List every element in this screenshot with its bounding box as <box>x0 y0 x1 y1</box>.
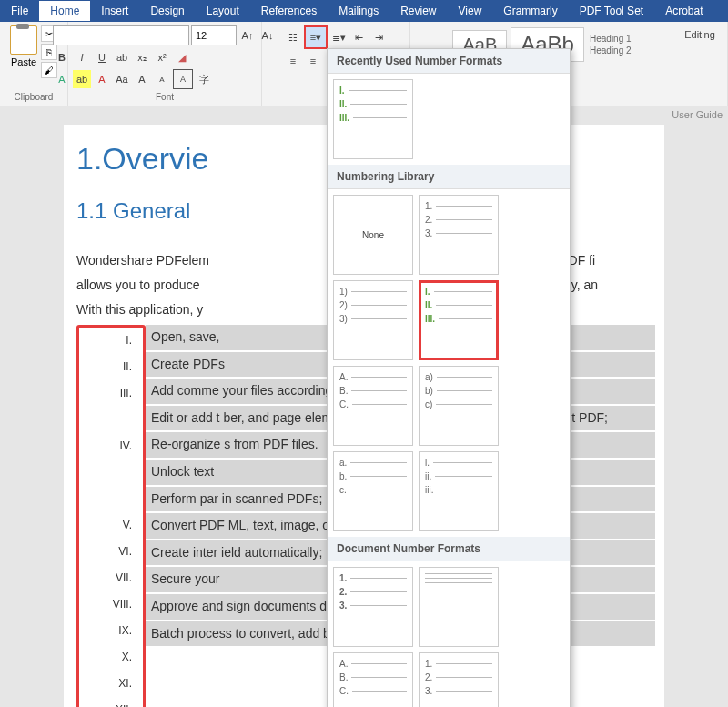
roman-numeral <box>79 407 132 433</box>
editing-group: Editing <box>672 22 728 106</box>
docfmt-ABC[interactable]: A.B.C. <box>333 652 413 707</box>
docfmt-lines[interactable] <box>419 567 499 647</box>
tab-view[interactable]: View <box>448 1 493 21</box>
roman-numeral: VI. <box>79 539 132 565</box>
tab-mailings[interactable]: Mailings <box>328 1 389 21</box>
underline-icon[interactable]: U <box>93 48 111 66</box>
format-123-dot[interactable]: 1.2.3. <box>419 195 499 275</box>
grow-font-icon[interactable]: A↑ <box>238 26 257 45</box>
char-border-icon[interactable]: A <box>173 69 193 89</box>
text-effects-icon[interactable]: A <box>53 70 71 88</box>
format-roman-lower[interactable]: i.ii.iii. <box>419 451 499 531</box>
style-h2[interactable]: Heading 2 <box>590 45 632 56</box>
tab-file[interactable]: File <box>0 1 39 21</box>
recent-format-roman[interactable]: I. II. III. <box>333 79 413 159</box>
superscript-icon[interactable]: x² <box>153 48 171 66</box>
align-center-icon[interactable]: ≡ <box>304 52 322 70</box>
roman-numeral: XI. <box>79 671 132 697</box>
paste-label: Paste <box>11 56 36 67</box>
roman-numeral: III. <box>79 380 132 407</box>
roman-numeral: X. <box>79 644 132 671</box>
font-group: A↑ A↓ B I U ab x₂ x² ◢ A ab A Aa A A A 字 <box>68 22 262 106</box>
phonetic-icon[interactable]: 字 <box>195 70 213 88</box>
strike-icon[interactable]: ab <box>113 48 131 66</box>
recent-header: Recently Used Number Formats <box>328 49 570 74</box>
library-header: Numbering Library <box>328 165 570 189</box>
menu-tabs: File Home Insert Design Layout Reference… <box>0 0 728 22</box>
docfmt-header: Document Number Formats <box>328 537 570 561</box>
font-color-icon[interactable]: A <box>93 70 111 88</box>
numbering-dropdown: Recently Used Number Formats I. II. III.… <box>327 48 571 707</box>
docfmt-123dot[interactable]: 1.2.3. <box>419 652 499 707</box>
clear-format-icon[interactable]: ◢ <box>173 48 191 66</box>
decrease-indent-icon[interactable]: ⇤ <box>349 28 368 46</box>
font-size-select[interactable] <box>191 25 237 45</box>
roman-numeral: IV. <box>79 433 132 460</box>
tab-home[interactable]: Home <box>39 1 90 21</box>
bold-icon[interactable]: B <box>53 48 71 66</box>
format-ABC-upper[interactable]: A.B.C. <box>333 366 413 446</box>
shrink-a-icon[interactable]: A <box>153 70 171 88</box>
tab-design[interactable]: Design <box>139 1 195 21</box>
roman-numeral <box>79 460 132 486</box>
change-case-icon[interactable]: Aa <box>113 70 131 88</box>
bullets-icon[interactable]: ☷ <box>284 28 302 46</box>
tab-pdf[interactable]: PDF Tool Set <box>569 1 654 21</box>
highlight-icon[interactable]: ab <box>73 70 91 88</box>
roman-numeral <box>79 486 132 512</box>
multilevel-icon[interactable]: ≣▾ <box>329 28 348 46</box>
subscript-icon[interactable]: x₂ <box>133 48 151 66</box>
tab-insert[interactable]: Insert <box>90 1 139 21</box>
numbering-button[interactable]: ≡▾ <box>304 25 328 49</box>
clipboard-label: Clipboard <box>5 92 62 102</box>
grow-a-icon[interactable]: A <box>133 70 151 88</box>
roman-numeral: IX. <box>79 618 132 644</box>
format-roman-upper[interactable]: I.II.III. <box>419 280 499 360</box>
tab-references[interactable]: References <box>250 1 328 21</box>
tab-acrobat[interactable]: Acrobat <box>654 1 713 21</box>
paste-button[interactable]: Paste <box>10 25 37 78</box>
tab-review[interactable]: Review <box>389 1 447 21</box>
font-label: Font <box>74 92 256 102</box>
format-abc-dot[interactable]: a.b.c. <box>333 451 413 531</box>
roman-numeral: VII. <box>79 565 132 591</box>
roman-numeral: II. <box>79 354 132 380</box>
roman-numeral: XII. <box>79 697 132 707</box>
roman-numeral: VIII. <box>79 591 132 618</box>
roman-numeral: I. <box>79 328 132 354</box>
roman-numeral: V. <box>79 512 132 539</box>
increase-indent-icon[interactable]: ⇥ <box>369 28 388 46</box>
align-left-icon[interactable]: ≡ <box>284 52 302 70</box>
docfmt-bold123[interactable]: 1.2.3. <box>333 567 413 647</box>
paste-icon <box>10 25 37 55</box>
format-abc-paren[interactable]: a)b)c) <box>419 366 499 446</box>
roman-numeral-column: I.II.III.IV.V.VI.VII.VIII.IX.X.XI.XII. <box>76 325 146 707</box>
style-h1[interactable]: Heading 1 <box>590 34 632 44</box>
tab-layout[interactable]: Layout <box>196 1 250 21</box>
editing-button[interactable]: Editing <box>681 25 719 44</box>
user-guide-text: User Guide <box>672 109 723 120</box>
tab-grammarly[interactable]: Grammarly <box>492 1 568 21</box>
format-123-paren[interactable]: 1)2)3) <box>333 280 413 360</box>
font-family-select[interactable] <box>53 25 189 45</box>
italic-icon[interactable]: I <box>73 48 91 66</box>
format-none[interactable]: None <box>333 195 413 275</box>
